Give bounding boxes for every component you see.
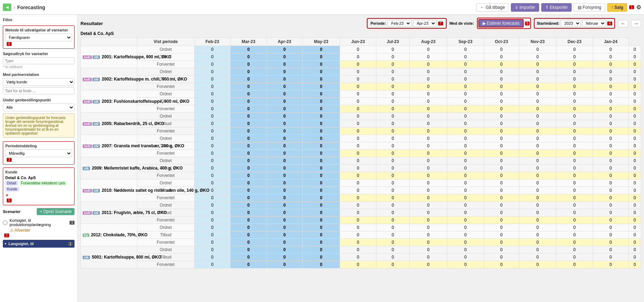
val-cell-2001-1-11[interactable]: 0 [628,53,641,61]
val-cell-2003-2-6[interactable]: 0 [447,105,484,113]
val-cell-2005-1-9[interactable]: 0 [556,120,593,128]
val-cell-5001-0-1[interactable]: 0 [267,246,302,254]
val-cell-2003-2-2[interactable]: 0 [302,105,340,113]
vis-cell-2012-0[interactable]: 0 [194,224,231,231]
val-cell-2003-1-8[interactable]: 0 [519,98,556,105]
val-cell-2001-1-1[interactable]: 0 [267,53,302,61]
val-cell-2007-2-8[interactable]: 0 [519,150,556,157]
val-cell-2002-1-8[interactable]: 0 [519,76,556,83]
val-cell-2010-1-9[interactable]: 0 [556,187,593,194]
val-cell-2011-2-9[interactable]: 0 [556,217,593,224]
val-cell-2002-0-6[interactable]: 0 [447,68,484,76]
val-cell-2002-1-9[interactable]: 0 [556,76,593,83]
val-cell-2005-1-0[interactable]: 0 [231,120,267,128]
val-cell-2001-1-4[interactable]: 0 [376,53,410,61]
val-cell-5001-0-10[interactable]: 0 [593,246,628,254]
val-cell-2003-0-11[interactable]: 0 [628,90,641,98]
val-cell-2009-2-0[interactable]: 0 [231,172,267,179]
val-cell-2012-2-1[interactable]: 0 [267,239,302,246]
val-cell-2002-1-5[interactable]: 0 [410,76,447,83]
val-cell-2002-2-2[interactable]: 0 [302,83,340,90]
val-cell-5001-0-7[interactable]: 0 [484,246,519,254]
val-cell-2010-1-6[interactable]: 0 [447,187,484,194]
val-cell-2002-1-7[interactable]: 0 [484,76,519,83]
val-cell-2011-2-4[interactable]: 0 [376,217,410,224]
val-cell-2009-1-11[interactable]: 0 [628,165,641,172]
val-cell-2005-0-1[interactable]: 0 [267,113,302,120]
val-cell-2005-0-7[interactable]: 0 [484,113,519,120]
val-cell-5001-1-3[interactable]: 0 [340,254,376,261]
period-select[interactable]: Månedlig [5,149,72,157]
sales-button[interactable]: ↑ Salg [607,3,627,12]
val-cell-2010-0-6[interactable]: 0 [447,179,484,187]
val-cell-2009-0-5[interactable]: 0 [410,157,447,165]
vis-cell-2009-1[interactable]: 0 [194,165,231,172]
val-cell-5001-2-6[interactable]: 0 [447,261,484,268]
val-cell-2001-2-11[interactable]: 0 [628,61,641,68]
val-cell-5001-0-2[interactable]: 0 [302,246,340,254]
val-cell-2011-2-3[interactable]: 0 [340,217,376,224]
vis-cell-2001-1[interactable]: 0 [194,53,231,61]
val-cell-2005-2-6[interactable]: 0 [447,128,484,135]
val-cell-2010-1-7[interactable]: 0 [484,187,519,194]
val-cell-2010-2-4[interactable]: 0 [376,194,410,202]
val-cell-2007-2-3[interactable]: 0 [340,150,376,157]
val-cell-2012-2-11[interactable]: 0 [628,239,641,246]
val-cell-2002-2-7[interactable]: 0 [484,83,519,90]
val-cell-2002-2-6[interactable]: 0 [447,83,484,90]
val-cell-2002-0-4[interactable]: 0 [376,68,410,76]
val-cell-2001-0-4[interactable]: 0 [376,46,410,53]
val-cell-2007-1-2[interactable]: 0 [302,142,340,150]
val-cell-2012-1-11[interactable]: 0 [628,231,641,239]
val-cell-2003-2-10[interactable]: 0 [593,105,628,113]
val-cell-2011-0-0[interactable]: 0 [231,202,267,209]
val-cell-2001-2-0[interactable]: 0 [231,61,267,68]
val-cell-2001-1-0[interactable]: 0 [231,53,267,61]
val-cell-2002-1-3[interactable]: 0 [340,76,376,83]
val-cell-2003-0-5[interactable]: 0 [410,90,447,98]
val-cell-2011-1-4[interactable]: 0 [376,209,410,217]
val-cell-2005-2-9[interactable]: 0 [556,128,593,135]
val-cell-2001-0-0[interactable]: 0 [231,46,267,53]
val-cell-2010-1-2[interactable]: 0 [302,187,340,194]
settings-gear-button[interactable]: ⚙ [636,4,641,11]
val-cell-2007-2-9[interactable]: 0 [556,150,593,157]
val-cell-5001-0-11[interactable]: 0 [628,246,641,254]
val-cell-2011-2-7[interactable]: 0 [484,217,519,224]
val-cell-2007-0-6[interactable]: 0 [447,135,484,142]
val-cell-2005-1-11[interactable]: 0 [628,120,641,128]
import-button[interactable]: ⇓ Importér [511,3,539,12]
val-cell-2002-0-8[interactable]: 0 [519,68,556,76]
val-cell-2002-0-2[interactable]: 0 [302,68,340,76]
val-cell-2005-1-1[interactable]: 0 [267,120,302,128]
nav-prev-button[interactable]: ← [618,20,628,27]
val-cell-2001-0-7[interactable]: 0 [484,46,519,53]
val-cell-5001-2-1[interactable]: 0 [267,261,302,268]
val-cell-2010-0-9[interactable]: 0 [556,179,593,187]
val-cell-5001-2-7[interactable]: 0 [484,261,519,268]
val-cell-2003-2-4[interactable]: 0 [376,105,410,113]
vis-cell-2005-0[interactable]: 0 [194,113,231,120]
val-cell-5001-0-5[interactable]: 0 [410,246,447,254]
vis-cell-2011-0[interactable]: 0 [194,202,231,209]
val-cell-2011-1-8[interactable]: 0 [519,209,556,217]
val-cell-2011-2-6[interactable]: 0 [447,217,484,224]
val-cell-2012-1-7[interactable]: 0 [484,231,519,239]
val-cell-2003-1-1[interactable]: 0 [267,98,302,105]
val-cell-2003-0-8[interactable]: 0 [519,90,556,98]
val-cell-2007-0-11[interactable]: 0 [628,135,641,142]
val-cell-2002-2-11[interactable]: 0 [628,83,641,90]
val-cell-2005-2-5[interactable]: 0 [410,128,447,135]
remove-customer-button[interactable]: ✕ [5,193,9,198]
val-cell-2007-0-10[interactable]: 0 [593,135,628,142]
val-cell-2003-0-3[interactable]: 0 [340,90,376,98]
val-cell-2012-0-8[interactable]: 0 [519,224,556,231]
val-cell-2012-0-10[interactable]: 0 [593,224,628,231]
val-cell-5001-1-11[interactable]: 0 [628,254,641,261]
val-cell-2003-2-8[interactable]: 0 [519,105,556,113]
val-cell-2009-2-3[interactable]: 0 [340,172,376,179]
val-cell-2009-2-7[interactable]: 0 [484,172,519,179]
nav-next-button[interactable]: → [631,20,641,27]
val-cell-2010-2-11[interactable]: 0 [628,194,641,202]
val-cell-2001-2-8[interactable]: 0 [519,61,556,68]
